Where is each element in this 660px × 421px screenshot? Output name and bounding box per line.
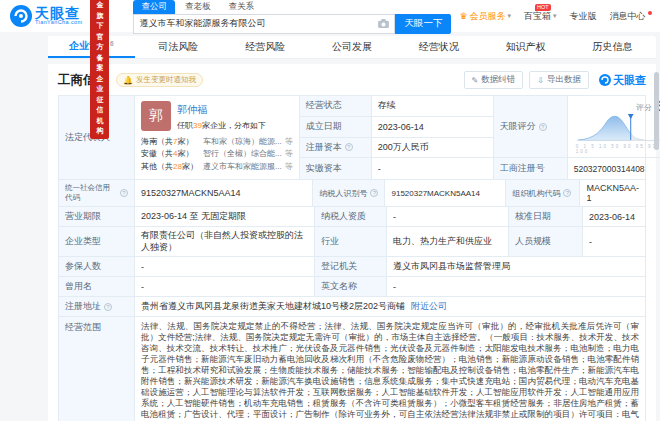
- watermark-logo: 天眼查: [599, 73, 646, 88]
- score-label: 天眼评分?: [494, 96, 568, 158]
- distribution-list: 海南（共7家） 车和家（琼海）能源... 等 安徽（共4家） 智行（全椒）综合能…: [141, 136, 293, 173]
- est-date-value: 2023-06-14: [372, 117, 494, 138]
- company-link[interactable]: 遵义市车和家能源服...: [203, 161, 282, 173]
- approve-date-label: 核准日期: [509, 207, 583, 226]
- etc-link[interactable]: 等: [285, 148, 293, 160]
- tianyancha-eye-icon: [599, 74, 611, 86]
- band-values: 存续 2023-06-14 200万人民币 -: [372, 96, 494, 179]
- tab-intellectual-property[interactable]: 知识产权: [482, 36, 569, 58]
- region: 海南（共7家）: [141, 136, 203, 148]
- menu-pro[interactable]: 专业版: [570, 10, 597, 23]
- etc-link[interactable]: 等: [285, 161, 293, 173]
- info-icon[interactable]: ?: [370, 189, 378, 197]
- score-chart[interactable]: 评分 61: [568, 96, 660, 158]
- avatar[interactable]: 郭: [141, 101, 171, 131]
- menu-vip-label: 会员服务: [470, 10, 506, 23]
- business-info-card: 工商信息 🔔 发生变更时通知我 ✎ 数据纠错 ⇩ 导出数据 天眼查: [48, 64, 656, 421]
- camera-icon[interactable]: [378, 19, 389, 28]
- data-correction-label: 数据纠错: [481, 74, 515, 86]
- table-row: 曾用名 - 英文名称 -: [59, 277, 645, 297]
- tab-count: 6: [110, 40, 114, 47]
- band-labels: 经营状态 成立日期 注册资本? 实缴资本: [300, 96, 372, 179]
- change-notify-badge[interactable]: 🔔 发生变更时通知我: [116, 73, 203, 87]
- bell-icon: 🔔: [123, 76, 133, 85]
- company-count: 39: [193, 121, 202, 130]
- table-row: 企业类型 有限责任公司（非自然人投资或控股的法人独资） 行业 电力、热力生产和供…: [59, 227, 645, 257]
- company-link[interactable]: 车和家（琼海）能源...: [203, 136, 282, 148]
- org-code-label: 组织机构代码?: [506, 180, 580, 206]
- reg-capital-value: 200万人民币: [372, 138, 494, 159]
- legal-rep-top: 郭 郭仲福 任职39家企业，分布如下: [141, 101, 293, 131]
- insured-value: -: [135, 257, 315, 276]
- taxpayer-quality-label: 纳税人资质: [315, 207, 387, 226]
- tab-company-development[interactable]: 公司发展: [309, 36, 396, 58]
- list-item: 海南（共7家） 车和家（琼海）能源... 等: [141, 136, 293, 148]
- taxpayer-id-value: 91520327MACKN5AA14: [385, 180, 506, 206]
- region: 其他（共28家）: [141, 161, 203, 173]
- score-caption: 评分: [636, 102, 652, 113]
- company-link[interactable]: 智行（全椒）综合能...: [203, 148, 282, 160]
- address-value: 贵州省遵义市凤冈县龙泉街道美家天地建材城10号楼2层202号商铺 附近公司: [135, 297, 645, 316]
- search-button[interactable]: 天眼一下: [395, 14, 451, 34]
- term-label: 营业期限: [59, 207, 135, 226]
- insured-label: 参保人数: [59, 257, 135, 276]
- menu-messages[interactable]: 消息中心: [610, 10, 652, 23]
- tianyancha-logo[interactable]: 天眼查 TianYanCha.com: [10, 5, 82, 27]
- tab-history-info[interactable]: 历史信息: [569, 36, 656, 58]
- search-input-box: [133, 14, 395, 34]
- info-icon[interactable]: ?: [563, 189, 571, 197]
- search-area: 查公司 查老板 查关系 天眼一下: [133, 1, 451, 34]
- legal-rep-role: 任职39家企业，分布如下: [177, 120, 266, 131]
- search-tab-relation[interactable]: 查关系: [220, 0, 262, 14]
- list-item: 安徽（共4家） 智行（全椒）综合能... 等: [141, 148, 293, 160]
- company-type-value: 有限责任公司（非自然人投资或控股的法人独资）: [135, 227, 315, 256]
- taxpayer-quality-value: -: [387, 207, 509, 226]
- nearby-companies-link[interactable]: 附近公司: [411, 300, 447, 313]
- est-date-label: 成立日期: [300, 117, 372, 138]
- notification-dot: [648, 11, 652, 15]
- role-suffix: 家企业，分布如下: [202, 121, 266, 130]
- info-icon[interactable]: ?: [104, 303, 112, 311]
- info-icon[interactable]: ?: [345, 143, 353, 151]
- industry-value: 电力、热力生产和供应业: [387, 227, 509, 256]
- table-row: 统一社会信用代码? 91520327MACKN5AA14 纳税人识别号? 915…: [59, 180, 645, 207]
- gov-certification-badge: 国家中小企业发展子基金旗下 官方备案企业征信机构: [90, 0, 109, 139]
- watermark-text: 天眼查: [613, 73, 646, 88]
- search-tab-company[interactable]: 查公司: [133, 0, 175, 14]
- hot-badge: HOT: [535, 4, 551, 12]
- tab-operating-status[interactable]: 经营状况: [395, 36, 482, 58]
- etc-link[interactable]: 等: [285, 136, 293, 148]
- company-type-label: 企业类型: [59, 227, 135, 256]
- tab-judicial-risk[interactable]: 司法风险: [135, 36, 222, 58]
- menu-vip[interactable]: ♛ 会员服务 ▾: [459, 10, 511, 23]
- approve-date-value: 2023-06-14: [583, 207, 645, 226]
- menu-messages-label: 消息中心: [610, 10, 646, 23]
- list-item: 其他（共28家） 遵义市车和家能源服... 等: [141, 161, 293, 173]
- info-icon[interactable]: ?: [120, 189, 128, 197]
- search-tab-boss[interactable]: 查老板: [177, 0, 219, 14]
- search-row: 天眼一下: [133, 14, 451, 34]
- english-name-value: -: [387, 277, 645, 296]
- table-row: 营业期限 2023-06-14 至 无固定期限 纳税人资质 - 核准日期 202…: [59, 207, 645, 227]
- logo-en: TianYanCha.com: [35, 20, 82, 26]
- page-scrollbar[interactable]: [654, 72, 659, 150]
- reg-capital-label: 注册资本?: [300, 138, 372, 159]
- data-correction-button[interactable]: ✎ 数据纠错: [464, 71, 524, 89]
- search-tabs: 查公司 查老板 查关系: [133, 1, 451, 14]
- search-input[interactable]: [139, 19, 374, 29]
- menu-toolbox[interactable]: HOT 百宝箱 ▾: [524, 10, 557, 23]
- info-icon[interactable]: ?: [539, 123, 547, 131]
- industry-label: 行业: [315, 227, 387, 256]
- notify-label: 发生变更时通知我: [136, 75, 196, 85]
- crown-icon: ♛: [459, 11, 467, 21]
- tab-label: 司法风险: [158, 40, 198, 54]
- download-icon: ⇩: [537, 76, 544, 85]
- legal-rep-name-line: 郭仲福: [177, 103, 266, 117]
- tab-operational-risk[interactable]: 经营风险: [222, 36, 309, 58]
- gov-badge-line2: 官方备案企业征信机构: [96, 32, 103, 137]
- english-name-label: 英文名称: [315, 277, 387, 296]
- org-code-value: MACKN5AA-1: [580, 180, 645, 206]
- legal-rep-name-link[interactable]: 郭仲福: [177, 104, 207, 115]
- export-data-button[interactable]: ⇩ 导出数据: [529, 71, 589, 89]
- taxpayer-id-label: 纳税人识别号?: [313, 180, 385, 206]
